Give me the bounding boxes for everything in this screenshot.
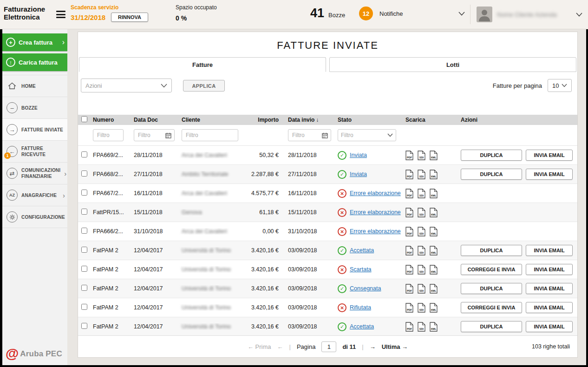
pdf-download-icon[interactable]: PDF: [405, 284, 413, 294]
duplica-button[interactable]: DUPLICA: [461, 169, 522, 180]
pdf-download-icon[interactable]: PDF: [405, 170, 413, 179]
pdf-download-icon[interactable]: PDF: [405, 322, 413, 332]
sidebar-item-home[interactable]: HOME: [2, 75, 67, 97]
sdi-download-icon[interactable]: SDI: [418, 189, 425, 198]
status-link[interactable]: Inviata: [350, 152, 367, 158]
filter-cliente-input[interactable]: [185, 131, 235, 139]
sidebar-item-fatture-inviate[interactable]: → FATTURE INVIATE: [2, 119, 67, 141]
sdi-download-icon[interactable]: SDI: [418, 151, 425, 160]
pdf-download-icon[interactable]: PDF: [405, 265, 413, 275]
status-link[interactable]: Scartata: [350, 266, 372, 273]
invia-email-button[interactable]: INVIA EMAIL: [526, 264, 573, 275]
duplica-button[interactable]: DUPLICA: [461, 321, 522, 332]
page-input[interactable]: [321, 341, 336, 352]
sdi-download-icon[interactable]: SDI: [418, 227, 425, 236]
applica-button[interactable]: APPLICA: [183, 80, 225, 92]
notifications-dropdown[interactable]: 12 Notifiche: [359, 7, 465, 20]
rinnova-button[interactable]: RINNOVA: [111, 13, 148, 22]
status-link[interactable]: Consegnata: [350, 285, 381, 292]
xml-download-icon[interactable]: XML: [430, 151, 438, 160]
azioni-select[interactable]: Azioni: [81, 79, 172, 92]
calendar-icon[interactable]: [165, 132, 171, 138]
row-checkbox[interactable]: [81, 170, 87, 177]
row-checkbox[interactable]: [81, 209, 87, 215]
pdf-download-icon[interactable]: PDF: [405, 189, 413, 198]
filter-numero-input[interactable]: [96, 131, 120, 139]
xml-download-icon[interactable]: XML: [430, 265, 438, 275]
tab-fatture[interactable]: Fatture: [79, 57, 326, 72]
invia-email-button[interactable]: INVIA EMAIL: [526, 283, 573, 294]
sidebar-item-configurazione[interactable]: CONFIGURAZIONE ›: [2, 206, 67, 228]
correggi-e-invia-button[interactable]: CORREGGI E INVIA: [461, 302, 522, 313]
pdf-download-icon[interactable]: PDF: [405, 246, 413, 256]
xml-download-icon[interactable]: XML: [430, 284, 438, 294]
row-checkbox[interactable]: [81, 285, 87, 291]
status-link[interactable]: Rifiutata: [350, 304, 371, 311]
carica-fattura-button[interactable]: ↑ Carica fattura: [2, 53, 67, 71]
row-checkbox[interactable]: [81, 323, 87, 329]
row-checkbox[interactable]: [81, 190, 87, 196]
duplica-button[interactable]: DUPLICA: [461, 283, 522, 294]
sidebar-item-anagrafiche[interactable]: AZ ANAGRAFICHE ›: [2, 184, 67, 206]
sdi-download-icon[interactable]: SDI: [418, 265, 425, 275]
hamburger-menu-icon[interactable]: [56, 11, 65, 20]
calendar-icon[interactable]: [322, 132, 328, 138]
sdi-download-icon[interactable]: SDI: [418, 322, 425, 332]
filter-data-invio-input[interactable]: [291, 131, 320, 139]
column-numero[interactable]: Numero: [90, 117, 131, 123]
last-page-button[interactable]: Ultima →: [382, 343, 408, 350]
user-menu[interactable]: Nome Cliente Azienda: [477, 7, 582, 22]
row-checkbox[interactable]: [81, 304, 87, 310]
pdf-download-icon[interactable]: PDF: [405, 151, 413, 160]
per-page-select[interactable]: 10: [548, 79, 572, 92]
row-checkbox[interactable]: [81, 247, 87, 253]
xml-download-icon[interactable]: XML: [430, 322, 438, 332]
drafts-counter[interactable]: 41 Bozze: [310, 6, 345, 20]
filter-data-doc-input[interactable]: [137, 131, 163, 139]
row-checkbox[interactable]: [81, 151, 87, 157]
invia-email-button[interactable]: INVIA EMAIL: [526, 150, 573, 161]
column-data-invio[interactable]: Data invio↓: [282, 117, 334, 123]
status-link[interactable]: Accettata: [350, 323, 374, 330]
xml-download-icon[interactable]: XML: [430, 246, 438, 256]
xml-download-icon[interactable]: XML: [430, 189, 438, 198]
invia-email-button[interactable]: INVIA EMAIL: [526, 321, 573, 332]
duplica-button[interactable]: DUPLICA: [461, 150, 522, 161]
sdi-download-icon[interactable]: SDI: [418, 208, 425, 217]
status-link[interactable]: Errore elaborazione: [350, 209, 401, 216]
correggi-e-invia-button[interactable]: CORREGGI E INVIA: [461, 264, 522, 275]
sidebar-item-comunicazioni-finanziarie[interactable]: ⇄ COMUNICAZIONI FINANZIARIE ›: [2, 163, 67, 184]
status-link[interactable]: Inviata: [350, 171, 367, 177]
sdi-download-icon[interactable]: SDI: [418, 303, 425, 313]
sdi-download-icon[interactable]: SDI: [418, 170, 425, 179]
filter-stato-select[interactable]: Filtro: [338, 129, 396, 141]
invia-email-button[interactable]: INVIA EMAIL: [526, 245, 573, 256]
pdf-download-icon[interactable]: PDF: [405, 227, 413, 236]
column-data-doc[interactable]: Data Doc: [131, 117, 179, 123]
invia-email-button[interactable]: INVIA EMAIL: [526, 302, 573, 313]
duplica-button[interactable]: DUPLICA: [461, 245, 522, 256]
column-cliente[interactable]: Cliente: [179, 117, 242, 123]
column-importo[interactable]: Importo: [242, 117, 282, 123]
xml-download-icon[interactable]: XML: [430, 227, 438, 236]
first-page-button[interactable]: ← Prima: [248, 343, 271, 350]
status-link[interactable]: Errore elaborazione: [350, 228, 401, 235]
prev-page-button[interactable]: ←: [277, 343, 283, 350]
sdi-download-icon[interactable]: SDI: [418, 246, 425, 256]
next-page-button[interactable]: →: [370, 343, 376, 350]
column-stato[interactable]: Stato: [334, 117, 402, 123]
invia-email-button[interactable]: INVIA EMAIL: [526, 169, 573, 180]
pdf-download-icon[interactable]: PDF: [405, 303, 413, 313]
status-link[interactable]: Errore elaborazione: [350, 190, 401, 197]
row-checkbox[interactable]: [81, 228, 87, 234]
pdf-download-icon[interactable]: PDF: [405, 208, 413, 217]
sidebar-item-fatture-ricevute[interactable]: ← 1 FATTURE RICEVUTE: [2, 141, 67, 163]
sdi-download-icon[interactable]: SDI: [418, 284, 425, 294]
sidebar-item-bozze[interactable]: – BOZZE: [2, 97, 67, 119]
xml-download-icon[interactable]: XML: [430, 303, 438, 313]
row-checkbox[interactable]: [81, 266, 87, 272]
xml-download-icon[interactable]: XML: [430, 208, 438, 217]
xml-download-icon[interactable]: XML: [430, 170, 438, 179]
tab-lotti[interactable]: Lotti: [329, 57, 576, 72]
status-link[interactable]: Accettata: [350, 247, 374, 254]
